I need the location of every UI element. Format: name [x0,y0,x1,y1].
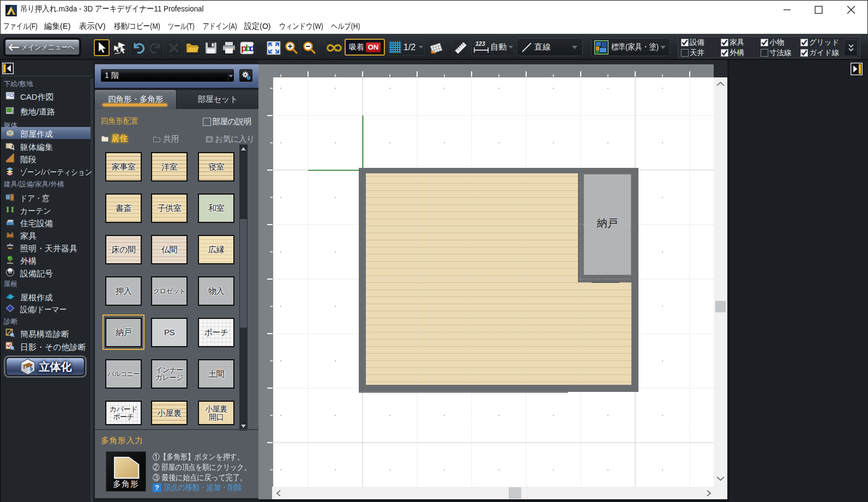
svg-text:d: d [249,43,254,53]
svg-text:納戸: 納戸 [596,217,618,229]
svg-text:123: 123 [475,40,485,47]
